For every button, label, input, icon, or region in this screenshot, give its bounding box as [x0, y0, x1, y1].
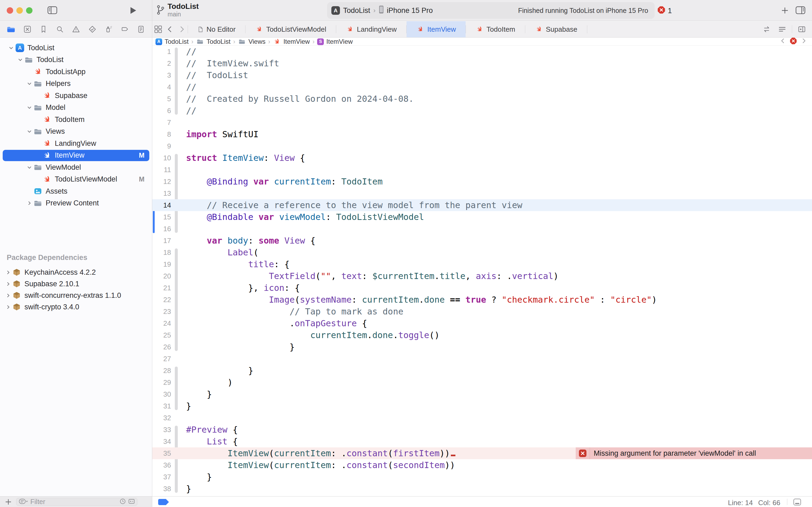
activity-view[interactable]: A TodoList › iPhone 15 Pro Finished runn… [327, 2, 655, 19]
chevron-right-icon[interactable] [6, 270, 10, 275]
sidebar-item-landingview[interactable]: LandingView [0, 137, 152, 149]
code-line-4[interactable]: 4// [152, 81, 812, 93]
code-line-19[interactable]: 19 title: { [152, 258, 812, 270]
code-line-2[interactable]: 2// ItemView.swift [152, 57, 812, 69]
sidebar-toggle-icon[interactable] [47, 6, 57, 14]
code-line-9[interactable]: 9 [152, 140, 812, 152]
swap-editor-icon[interactable] [761, 23, 772, 35]
code-line-21[interactable]: 21 }, icon: { [152, 282, 812, 294]
close-button[interactable] [7, 7, 13, 14]
line-number[interactable]: 2 [152, 57, 171, 69]
bookmarks-navigator-icon[interactable] [39, 25, 48, 34]
code-line-29[interactable]: 29 ) [152, 377, 812, 388]
code-line-16[interactable]: 16 [152, 223, 812, 235]
line-number[interactable]: 16 [152, 223, 171, 235]
add-tab-button[interactable] [781, 6, 789, 14]
line-number[interactable]: 17 [152, 235, 171, 246]
line-number[interactable]: 30 [152, 388, 171, 400]
code-line-15[interactable]: 15 @Bindable var viewModel: TodoListView… [152, 211, 812, 223]
code-line-35[interactable]: 35Missing argument for parameter 'viewMo… [152, 447, 812, 459]
chevron-down-icon[interactable] [27, 106, 32, 110]
line-number[interactable]: 7 [152, 117, 171, 128]
code-line-37[interactable]: 37 } [152, 471, 812, 483]
line-col-indicator[interactable]: Line: 14Col: 66 [728, 499, 780, 507]
run-button[interactable] [129, 6, 137, 14]
line-number[interactable]: 18 [152, 246, 171, 258]
code-line-28[interactable]: 28 } [152, 365, 812, 377]
line-number[interactable]: 15 [152, 211, 171, 223]
sidebar-item-todolist[interactable]: TodoList [0, 54, 152, 66]
reports-navigator-icon[interactable] [136, 25, 146, 34]
sidebar-item-todolistviewmodel[interactable]: TodoListViewModelM [0, 173, 152, 185]
line-number[interactable]: 21 [152, 282, 171, 294]
source-editor[interactable]: 1//2// ItemView.swift3// TodoList4//5// … [152, 46, 812, 496]
line-number[interactable]: 27 [152, 353, 171, 365]
code-line-3[interactable]: 3// TodoList [152, 69, 812, 81]
project-info[interactable]: TodoList main [156, 2, 199, 19]
code-line-38[interactable]: 38} [152, 483, 812, 495]
code-line-30[interactable]: 30 } [152, 388, 812, 400]
code-line-22[interactable]: 22 Image(systemName: currentItem.done ==… [152, 294, 812, 305]
recent-filter-icon[interactable] [119, 498, 126, 506]
line-number[interactable]: 28 [152, 365, 171, 377]
tests-navigator-icon[interactable] [88, 25, 97, 34]
editor-layout-icon[interactable] [793, 498, 801, 506]
code-line-31[interactable]: 31} [152, 400, 812, 412]
line-number[interactable]: 20 [152, 270, 171, 282]
error-annotation[interactable]: Missing argument for parameter 'viewMode… [576, 447, 812, 459]
line-number[interactable]: 34 [152, 436, 171, 447]
code-line-13[interactable]: 13 [152, 187, 812, 199]
tab-todolistviewmodel[interactable]: TodoListViewModel [245, 21, 336, 37]
line-number[interactable]: 22 [152, 294, 171, 305]
line-number[interactable]: 35 [152, 447, 171, 459]
code-line-5[interactable]: 5// Created by Russell Gordon on 2024-04… [152, 93, 812, 105]
code-line-36[interactable]: 36 ItemView(currentItem: .constant(secon… [152, 459, 812, 471]
add-remove-filter-icon[interactable] [128, 498, 135, 506]
filter-icon[interactable] [19, 498, 28, 506]
code-line-12[interactable]: 12 @Binding var currentItem: TodoItem [152, 176, 812, 187]
code-line-25[interactable]: 25 currentItem.done.toggle() [152, 329, 812, 341]
code-line-8[interactable]: 8import SwiftUI [152, 128, 812, 140]
line-number[interactable]: 24 [152, 318, 171, 329]
forward-button[interactable] [176, 23, 188, 35]
sidebar-item-todolist[interactable]: ATodoList [0, 42, 152, 54]
tab-no-editor[interactable]: No Editor [188, 21, 245, 37]
filter-input[interactable]: Filter [16, 498, 137, 506]
line-number[interactable]: 4 [152, 81, 171, 93]
line-number[interactable]: 12 [152, 176, 171, 187]
code-line-10[interactable]: 10struct ItemView: View { [152, 152, 812, 164]
code-line-1[interactable]: 1// [152, 46, 812, 57]
sidebar-package-swift-concurrency-extras[interactable]: swift-concurrency-extras 1.1.0 [0, 289, 152, 301]
line-number[interactable]: 37 [152, 471, 171, 483]
line-number[interactable]: 14 [152, 199, 171, 211]
line-number[interactable]: 32 [152, 412, 171, 424]
line-number[interactable]: 1 [152, 46, 171, 57]
sidebar-item-assets[interactable]: Assets [0, 185, 152, 197]
minimap-lines-icon[interactable] [776, 23, 788, 35]
chevron-down-icon[interactable] [27, 81, 32, 86]
code-line-6[interactable]: 6// [152, 105, 812, 117]
chevron-down-icon[interactable] [9, 46, 14, 50]
line-number[interactable]: 11 [152, 164, 171, 176]
chevron-down-icon[interactable] [27, 165, 32, 169]
add-file-button[interactable] [5, 498, 12, 505]
sidebar-item-itemview[interactable]: ItemViewM [0, 150, 152, 161]
code-line-18[interactable]: 18 Label( [152, 246, 812, 258]
breakpoint-toggle-icon[interactable] [158, 499, 169, 505]
project-navigator-icon[interactable] [6, 25, 15, 34]
back-button[interactable] [164, 23, 176, 35]
sidebar-item-preview-content[interactable]: Preview Content [0, 198, 152, 209]
minimize-button[interactable] [16, 7, 23, 14]
code-line-20[interactable]: 20 TextField("", text: $currentItem.titl… [152, 270, 812, 282]
run-destination[interactable]: iPhone 15 Pro [387, 6, 433, 15]
line-number[interactable]: 38 [152, 483, 171, 495]
breadcrumb-views-2[interactable]: Views [238, 38, 266, 45]
line-number[interactable]: 9 [152, 140, 171, 152]
next-issue-icon[interactable] [801, 38, 807, 46]
code-line-17[interactable]: 17 var body: some View { [152, 235, 812, 246]
sidebar-item-todoitem[interactable]: TodoItem [0, 114, 152, 125]
chevron-right-icon[interactable] [27, 201, 32, 206]
previous-issue-icon[interactable] [780, 38, 786, 46]
issues-navigator-icon[interactable] [71, 25, 80, 34]
line-number[interactable]: 3 [152, 69, 171, 81]
